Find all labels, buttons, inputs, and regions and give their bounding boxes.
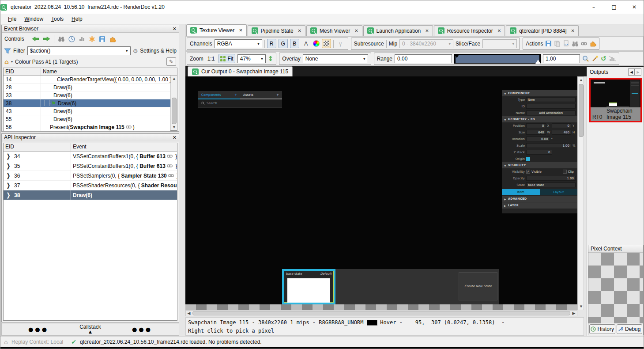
tab-launch-application[interactable]: Launch Application✕ — [363, 25, 433, 36]
export-texture-icon[interactable] — [563, 40, 569, 47]
column-header-eid[interactable]: EID — [4, 143, 71, 151]
filter-combobox[interactable]: $action() ▾ — [27, 46, 131, 55]
outputs-next-icon[interactable]: ▶ — [635, 68, 641, 76]
edit-pencil-icon[interactable]: ✎ — [166, 57, 176, 66]
filter-settings-gear-icon[interactable]: ⚙ — [133, 48, 138, 54]
column-header-name[interactable]: Name — [41, 68, 177, 75]
range-white-point-handle[interactable] — [535, 60, 541, 64]
red-channel-button[interactable]: R — [267, 39, 276, 48]
expand-up-icon[interactable]: ▲ — [89, 330, 92, 334]
custom-channels-color-wheel-icon[interactable] — [313, 40, 320, 47]
resource-link[interactable]: Sampler State 130 — [121, 173, 166, 179]
mip-combobox[interactable]: 0 - 3840x2260 ▾ — [399, 39, 453, 48]
slice-face-combobox[interactable]: ▾ — [482, 39, 517, 48]
tab-pipeline-state[interactable]: Pipeline State✕ — [248, 25, 305, 36]
maximize-button[interactable]: □ — [604, 0, 624, 14]
expand-chevron-icon[interactable]: ❯ — [7, 192, 10, 198]
scroll-right-icon[interactable]: ▶ — [571, 311, 577, 315]
flip-y-icon[interactable]: ↕ — [268, 55, 274, 63]
expand-chevron-icon[interactable]: ❯ — [7, 172, 10, 179]
close-icon[interactable]: ✕ — [239, 28, 242, 33]
close-icon[interactable]: ✕ — [571, 28, 575, 33]
debug-button[interactable]: Debug — [617, 324, 643, 334]
close-icon[interactable]: ✕ — [173, 26, 177, 32]
tab-texture-viewer[interactable]: Texture Viewer✕ — [186, 24, 247, 36]
current-output-tab[interactable]: Cur Output 0 - Swapchain Image 115 — [188, 66, 293, 76]
gamma-button[interactable]: γ — [336, 39, 345, 48]
scroll-left-icon[interactable]: ◀ — [186, 311, 192, 315]
find-event-icon[interactable] — [58, 36, 65, 42]
copy-icon[interactable] — [554, 40, 561, 47]
close-icon[interactable]: ✕ — [173, 135, 177, 140]
chevron-down-icon[interactable]: ▾ — [11, 60, 13, 64]
resource-link[interactable]: Buffer 613 — [139, 163, 166, 169]
extensions-puzzle-icon[interactable] — [109, 36, 116, 42]
close-icon[interactable]: ✕ — [497, 28, 501, 33]
column-header-event[interactable]: Event — [71, 143, 177, 151]
open-custom-shader-puzzle-icon[interactable] — [589, 40, 596, 47]
overlay-combobox[interactable]: None ▾ — [303, 54, 368, 63]
expand-chevron-icon[interactable]: ❯ — [7, 153, 10, 159]
goto-location-icon[interactable] — [572, 41, 579, 47]
close-icon[interactable]: ✕ — [298, 28, 301, 33]
event-browser-title-bar[interactable]: Event Browser ✕ — [2, 25, 179, 33]
scrollbar-thumb[interactable] — [192, 311, 570, 315]
breadcrumb[interactable]: Colour Pass #1 (1 Targets) — [15, 59, 78, 65]
range-min-input[interactable]: 0.00 — [395, 54, 452, 63]
scroll-up-icon[interactable]: ▲ — [578, 77, 584, 83]
pixel-context-title-bar[interactable]: Pixel Context — [588, 245, 643, 253]
prev-draw-icon[interactable] — [32, 36, 39, 42]
api-row-eid-36[interactable]: ❯36PSSetSamplers(0, { Sampler State 130 … — [4, 171, 177, 181]
green-channel-button[interactable]: G — [279, 39, 288, 48]
viewport-vertical-scrollbar[interactable]: ▲ ▼ — [577, 76, 584, 310]
tab-resource-inspector[interactable]: Resource Inspector✕ — [434, 25, 505, 36]
zoom-fit-button[interactable]: Fit — [218, 54, 235, 63]
resource-link[interactable]: Shader Resource V — [141, 182, 177, 189]
save-icon[interactable] — [99, 36, 105, 42]
bookmark-star-icon[interactable] — [89, 36, 95, 42]
column-header-eid[interactable]: EID — [4, 68, 41, 75]
minimize-button[interactable]: – — [584, 0, 604, 14]
scrollbar-thumb[interactable] — [579, 84, 584, 137]
event-row-eid-43[interactable]: 43Draw(6) — [4, 107, 170, 115]
expand-chevron-icon[interactable]: ❯ — [7, 182, 10, 189]
callstack-dock[interactable]: ●●● Callstack ▲ ●●● — [1, 323, 179, 336]
rt0-thumbnail[interactable]: RT0 Swapchain Image 115 — [589, 78, 642, 122]
menu-window[interactable]: Window — [20, 15, 47, 23]
viewport-horizontal-scrollbar[interactable]: ◀ ▶ — [185, 310, 577, 316]
tab-qtcreator-pid-8884-[interactable]: qtcreator [PID 8884]✕ — [506, 25, 579, 36]
resource-link[interactable]: Buffer 613 — [139, 153, 166, 159]
event-row-eid-56[interactable]: 56Present( Swapchain Image 115 ) — [4, 123, 170, 131]
event-row-eid-38[interactable]: 38│ ├⚑Draw(6) — [4, 99, 170, 107]
blue-channel-button[interactable]: B — [290, 39, 299, 48]
event-row-eid-55[interactable]: 55Draw(6) — [4, 115, 170, 123]
outputs-prev-icon[interactable]: ◀ — [628, 68, 635, 76]
event-row-eid-14[interactable]: 14ClearRenderTargetView({ 0.00, 0.00, 0.… — [4, 76, 170, 83]
range-max-input[interactable]: 1.00 — [543, 54, 580, 63]
api-row-eid-34[interactable]: ❯34VSSetConstantBuffers1(0, { Buffer 613… — [4, 152, 177, 161]
zoom-combobox[interactable]: 47% ▾ — [237, 54, 266, 63]
settings-help-link[interactable]: Settings & Help — [140, 48, 177, 54]
scroll-down-icon[interactable]: ▼ — [578, 303, 584, 310]
range-slider[interactable] — [454, 54, 541, 64]
statistics-icon[interactable] — [79, 36, 85, 42]
scrollbar-thumb[interactable] — [172, 98, 177, 124]
resource-link[interactable]: Swapchain Image 115 — [70, 124, 124, 130]
zoom-range-magnifier-icon[interactable] — [582, 55, 589, 62]
reset-range-undo-icon[interactable]: ↺ — [601, 55, 606, 63]
alpha-channel-button[interactable]: A — [301, 39, 311, 48]
expand-chevron-icon[interactable]: ❯ — [7, 163, 10, 169]
home-icon[interactable]: ⌂ — [4, 58, 9, 65]
pixel-context-view[interactable] — [588, 253, 643, 323]
autofit-wand-icon[interactable] — [591, 55, 599, 62]
save-texture-icon[interactable] — [545, 40, 552, 47]
range-black-point-handle[interactable] — [454, 54, 459, 58]
event-row-eid-28[interactable]: 28Draw(6) — [4, 83, 170, 91]
history-button[interactable]: History — [589, 324, 615, 334]
api-inspector-title-bar[interactable]: API Inspector ✕ — [2, 134, 179, 141]
event-table-scrollbar[interactable]: ▲ ▼ — [170, 76, 177, 130]
api-row-eid-35[interactable]: ❯35PSSetConstantBuffers1(0, { Buffer 613… — [4, 161, 177, 171]
resource-link-icon[interactable] — [581, 42, 587, 46]
zoom-1to1-button[interactable]: 1:1 — [206, 54, 217, 63]
api-row-eid-38[interactable]: ❯38Draw(6) — [4, 190, 177, 200]
